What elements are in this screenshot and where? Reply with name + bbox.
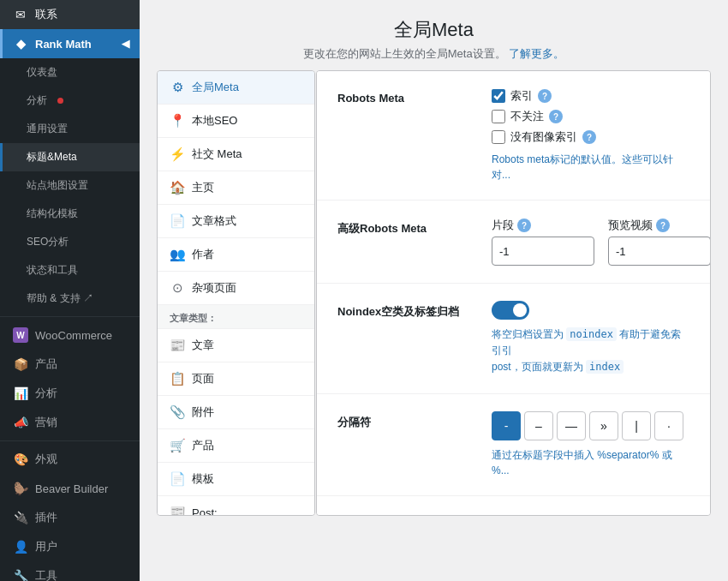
sidebar-item-general[interactable]: 通用设置 bbox=[0, 115, 140, 143]
sep-btn-pipe[interactable]: | bbox=[622, 411, 651, 440]
main-content: 全局Meta 更改在您的网站上生效的全局Meta设置。 了解更多。 ⚙ 全局Me… bbox=[140, 0, 728, 581]
page-title: 全局Meta bbox=[157, 17, 711, 43]
index-checkbox[interactable] bbox=[492, 89, 505, 103]
noindex-code: noindex bbox=[566, 327, 617, 341]
marketing-icon: 📣 bbox=[13, 415, 28, 430]
noindex-control: 将空归档设置为 noindex 有助于避免索引引 post，页面就更新为 ind… bbox=[492, 301, 689, 376]
left-nav-article[interactable]: 📰 文章 bbox=[158, 329, 314, 362]
snippet-label-row: 片段 ? bbox=[492, 218, 594, 233]
product-icon: 🛒 bbox=[170, 438, 185, 453]
sep-btn-dot[interactable]: · bbox=[654, 411, 683, 440]
snippet-help-icon[interactable]: ? bbox=[517, 219, 531, 232]
sep-btn-endash[interactable]: – bbox=[524, 411, 553, 440]
nofollow-help-icon[interactable]: ? bbox=[549, 110, 563, 123]
noindex-note: 将空归档设置为 noindex 有助于避免索引引 post，页面就更新为 ind… bbox=[492, 326, 689, 376]
article-icon: 📄 bbox=[170, 213, 185, 229]
rankmath-icon: ◆ bbox=[13, 36, 28, 51]
nofollow-label[interactable]: 不关注 bbox=[510, 109, 544, 124]
woo-analytics-icon: 📊 bbox=[13, 386, 28, 401]
video-preview-input[interactable] bbox=[608, 237, 711, 266]
left-nav-page[interactable]: 📋 页面 bbox=[158, 362, 314, 396]
sidebar-item-help[interactable]: 帮助 & 支持 ↗ bbox=[0, 285, 140, 313]
sidebar-item-products[interactable]: 📦 产品 bbox=[0, 350, 140, 379]
appearance-icon: 🎨 bbox=[13, 452, 28, 467]
nofollow-checkbox[interactable] bbox=[492, 110, 505, 123]
sidebar-item-status[interactable]: 状态和工具 bbox=[0, 256, 140, 285]
left-nav-misc[interactable]: ⊙ 杂项页面 bbox=[158, 272, 314, 305]
products-icon: 📦 bbox=[13, 356, 28, 372]
sidebar-item-tools[interactable]: 🔧 工具 bbox=[0, 561, 140, 581]
left-nav-product[interactable]: 🛒 产品 bbox=[158, 429, 314, 463]
separator-row: 分隔符 - – — » | · 通过在标题字段中插入 %separator% 或… bbox=[317, 394, 710, 496]
left-nav-attachment[interactable]: 📎 附件 bbox=[158, 396, 314, 429]
plugins-icon: 🔌 bbox=[13, 510, 28, 525]
woocommerce-icon: W bbox=[13, 327, 28, 343]
tools-icon: 🔧 bbox=[13, 568, 28, 581]
left-nav-post[interactable]: 📰 Post: bbox=[158, 496, 314, 516]
sidebar-item-dashboard[interactable]: 仪表盘 bbox=[0, 58, 140, 87]
advanced-robots-label: 高级Robots Meta bbox=[337, 218, 474, 237]
snippet-input[interactable] bbox=[492, 237, 594, 266]
sidebar-item-titles[interactable]: 标题&Meta bbox=[0, 143, 140, 171]
separator-note: 通过在标题字段中插入 %separator% 或 %... bbox=[492, 447, 689, 478]
video-preview-field: 预览视频 ? bbox=[608, 218, 711, 266]
nofollow-checkbox-row: 不关注 ? bbox=[492, 109, 689, 124]
left-nav-homepage[interactable]: 🏠 主页 bbox=[158, 171, 314, 205]
sidebar-item-plugins[interactable]: 🔌 插件 bbox=[0, 503, 140, 532]
noimageindex-help-icon[interactable]: ? bbox=[582, 130, 596, 144]
template-icon: 📄 bbox=[170, 471, 185, 487]
robots-meta-note: Robots meta标记的默认值。这些可以针对... bbox=[492, 152, 689, 183]
sidebar-item-email[interactable]: ✉ 联系 bbox=[0, 0, 140, 29]
separator-control: - – — » | · 通过在标题字段中插入 %separator% 或 %..… bbox=[492, 411, 689, 478]
robots-meta-label: Robots Meta bbox=[337, 88, 474, 105]
sidebar-item-rankmath[interactable]: ◆ Rank Math ◀ bbox=[0, 29, 140, 58]
location-icon: 📍 bbox=[170, 113, 185, 129]
analytics-dot bbox=[57, 98, 63, 104]
video-preview-help-icon[interactable]: ? bbox=[656, 219, 670, 232]
post-types-section: 文章类型： bbox=[158, 305, 314, 329]
sidebar-item-woocommerce[interactable]: W WooCommerce bbox=[0, 320, 140, 350]
settings-panel: Robots Meta 索引 ? 不关注 ? 没有图像索引 bbox=[316, 70, 711, 516]
left-nav-article-format[interactable]: 📄 文章格式 bbox=[158, 205, 314, 238]
sidebar-item-woo-analytics[interactable]: 📊 分析 bbox=[0, 379, 140, 408]
index-help-icon[interactable]: ? bbox=[538, 89, 552, 103]
noimageindex-label[interactable]: 没有图像索引 bbox=[510, 129, 577, 145]
sidebar-item-marketing[interactable]: 📣 营销 bbox=[0, 408, 140, 437]
sep-btn-raquo[interactable]: » bbox=[589, 411, 618, 440]
noimageindex-checkbox[interactable] bbox=[492, 130, 505, 144]
video-preview-label-row: 预览视频 ? bbox=[608, 218, 711, 233]
noimageindex-checkbox-row: 没有图像索引 ? bbox=[492, 129, 689, 145]
left-nav: ⚙ 全局Meta 📍 本地SEO ⚡ 社交 Meta 🏠 主页 📄 文章格式 👥 bbox=[157, 70, 315, 516]
left-nav-social-meta[interactable]: ⚡ 社交 Meta bbox=[158, 138, 314, 171]
advanced-robots-control: 片段 ? 预览视频 ? bbox=[492, 218, 711, 266]
robots-meta-control: 索引 ? 不关注 ? 没有图像索引 ? Robots meta标记的默认值。这些… bbox=[492, 88, 689, 183]
attachment-icon: 📎 bbox=[170, 404, 185, 420]
left-nav-global-meta[interactable]: ⚙ 全局Meta bbox=[158, 71, 314, 105]
separator-label: 分隔符 bbox=[337, 411, 474, 430]
index-checkbox-row: 索引 ? bbox=[492, 88, 689, 104]
email-icon: ✉ bbox=[13, 7, 28, 22]
article-post-icon: 📰 bbox=[170, 338, 185, 353]
sep-btn-dash[interactable]: - bbox=[492, 411, 521, 440]
post-icon: 📰 bbox=[170, 505, 185, 516]
noindex-label: Noindex空类及标签归档 bbox=[337, 301, 474, 320]
sidebar-item-seoanalysis[interactable]: SEO分析 bbox=[0, 228, 140, 256]
sidebar-item-appearance[interactable]: 🎨 外观 bbox=[0, 445, 140, 474]
index-label[interactable]: 索引 bbox=[510, 88, 533, 104]
sep-btn-emdash[interactable]: — bbox=[557, 411, 586, 440]
sidebar-item-sitemap[interactable]: 站点地图设置 bbox=[0, 171, 140, 200]
noindex-toggle[interactable] bbox=[492, 301, 529, 320]
sidebar-item-beaver[interactable]: 🦫 Beaver Builder bbox=[0, 474, 140, 503]
learn-more-link[interactable]: 了解更多。 bbox=[509, 47, 564, 60]
left-nav-author[interactable]: 👥 作者 bbox=[158, 238, 314, 272]
content-area: ⚙ 全局Meta 📍 本地SEO ⚡ 社交 Meta 🏠 主页 📄 文章格式 👥 bbox=[140, 70, 728, 581]
sidebar-item-schema[interactable]: 结构化模板 bbox=[0, 200, 140, 228]
sidebar-item-analytics[interactable]: 分析 bbox=[0, 87, 140, 115]
home-icon: 🏠 bbox=[170, 180, 185, 195]
index-code: index bbox=[586, 360, 624, 374]
sidebar-item-users[interactable]: 👤 用户 bbox=[0, 532, 140, 561]
social-icon: ⚡ bbox=[170, 147, 185, 162]
left-nav-template[interactable]: 📄 模板 bbox=[158, 463, 314, 496]
advanced-fields: 片段 ? 预览视频 ? bbox=[492, 218, 711, 266]
left-nav-local-seo[interactable]: 📍 本地SEO bbox=[158, 105, 314, 138]
